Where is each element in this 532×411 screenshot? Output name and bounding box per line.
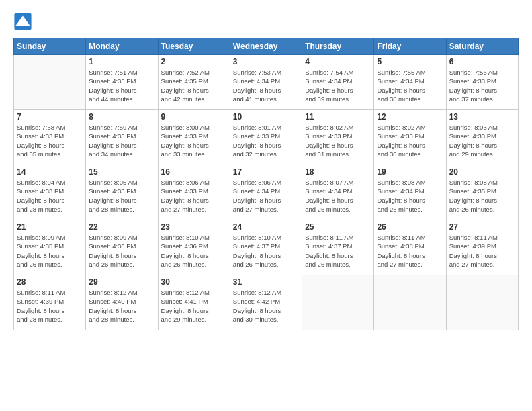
calendar-cell: 6Sunrise: 7:56 AM Sunset: 4:33 PM Daylig… <box>446 55 518 110</box>
day-info: Sunrise: 8:11 AM Sunset: 4:39 PM Dayligh… <box>17 288 83 324</box>
day-number: 1 <box>89 57 154 66</box>
calendar-cell: 18Sunrise: 8:07 AM Sunset: 4:34 PM Dayli… <box>302 165 374 220</box>
calendar-cell: 21Sunrise: 8:09 AM Sunset: 4:35 PM Dayli… <box>14 220 86 275</box>
day-number: 30 <box>161 277 227 287</box>
day-info: Sunrise: 7:58 AM Sunset: 4:33 PM Dayligh… <box>17 123 83 158</box>
calendar-cell: 26Sunrise: 8:11 AM Sunset: 4:38 PM Dayli… <box>374 220 446 275</box>
day-number: 10 <box>233 112 299 122</box>
day-info: Sunrise: 7:56 AM Sunset: 4:33 PM Dayligh… <box>449 68 515 103</box>
day-number: 28 <box>17 277 83 287</box>
day-number: 18 <box>305 167 371 177</box>
day-number: 15 <box>89 167 154 177</box>
day-number: 27 <box>449 222 515 232</box>
col-header-monday: Monday <box>86 38 158 55</box>
day-number: 2 <box>161 57 227 66</box>
col-header-thursday: Thursday <box>302 38 374 55</box>
calendar-cell: 31Sunrise: 8:12 AM Sunset: 4:42 PM Dayli… <box>230 275 302 330</box>
calendar-cell: 12Sunrise: 8:02 AM Sunset: 4:33 PM Dayli… <box>374 110 446 165</box>
calendar-table: SundayMondayTuesdayWednesdayThursdayFrid… <box>13 38 519 330</box>
calendar-cell: 4Sunrise: 7:54 AM Sunset: 4:34 PM Daylig… <box>302 55 374 110</box>
col-header-saturday: Saturday <box>446 38 518 55</box>
day-number: 11 <box>305 112 371 122</box>
calendar-week-2: 7Sunrise: 7:58 AM Sunset: 4:33 PM Daylig… <box>14 110 519 165</box>
day-info: Sunrise: 8:07 AM Sunset: 4:34 PM Dayligh… <box>305 178 371 214</box>
calendar-cell: 28Sunrise: 8:11 AM Sunset: 4:39 PM Dayli… <box>14 275 86 330</box>
day-number: 19 <box>377 167 443 177</box>
calendar-cell <box>14 55 86 110</box>
day-info: Sunrise: 8:02 AM Sunset: 4:33 PM Dayligh… <box>377 123 443 158</box>
day-info: Sunrise: 8:12 AM Sunset: 4:42 PM Dayligh… <box>233 288 299 324</box>
day-info: Sunrise: 8:06 AM Sunset: 4:33 PM Dayligh… <box>161 178 227 214</box>
day-number: 9 <box>161 112 227 122</box>
day-number: 16 <box>161 167 227 177</box>
day-info: Sunrise: 8:12 AM Sunset: 4:41 PM Dayligh… <box>161 288 227 324</box>
col-header-sunday: Sunday <box>14 38 86 55</box>
calendar-week-1: 1Sunrise: 7:51 AM Sunset: 4:35 PM Daylig… <box>14 55 519 110</box>
calendar-week-4: 21Sunrise: 8:09 AM Sunset: 4:35 PM Dayli… <box>14 220 519 275</box>
calendar-cell <box>446 275 518 330</box>
day-info: Sunrise: 8:08 AM Sunset: 4:35 PM Dayligh… <box>449 178 515 214</box>
day-number: 23 <box>161 222 227 232</box>
header <box>13 12 519 31</box>
day-info: Sunrise: 8:02 AM Sunset: 4:33 PM Dayligh… <box>305 123 371 158</box>
day-info: Sunrise: 8:11 AM Sunset: 4:37 PM Dayligh… <box>305 233 371 269</box>
calendar-cell: 29Sunrise: 8:12 AM Sunset: 4:40 PM Dayli… <box>86 275 158 330</box>
day-info: Sunrise: 8:12 AM Sunset: 4:40 PM Dayligh… <box>89 288 154 324</box>
calendar-cell: 3Sunrise: 7:53 AM Sunset: 4:34 PM Daylig… <box>230 55 302 110</box>
day-number: 6 <box>449 57 515 66</box>
day-number: 12 <box>377 112 443 122</box>
calendar-cell: 27Sunrise: 8:11 AM Sunset: 4:39 PM Dayli… <box>446 220 518 275</box>
day-info: Sunrise: 8:00 AM Sunset: 4:33 PM Dayligh… <box>161 123 227 158</box>
day-number: 25 <box>305 222 371 232</box>
day-number: 26 <box>377 222 443 232</box>
calendar-cell: 22Sunrise: 8:09 AM Sunset: 4:36 PM Dayli… <box>86 220 158 275</box>
day-info: Sunrise: 8:04 AM Sunset: 4:33 PM Dayligh… <box>17 178 83 214</box>
calendar-cell: 20Sunrise: 8:08 AM Sunset: 4:35 PM Dayli… <box>446 165 518 220</box>
calendar-cell: 10Sunrise: 8:01 AM Sunset: 4:33 PM Dayli… <box>230 110 302 165</box>
calendar-cell: 5Sunrise: 7:55 AM Sunset: 4:34 PM Daylig… <box>374 55 446 110</box>
day-number: 20 <box>449 167 515 177</box>
col-header-wednesday: Wednesday <box>230 38 302 55</box>
calendar-cell: 25Sunrise: 8:11 AM Sunset: 4:37 PM Dayli… <box>302 220 374 275</box>
calendar-cell: 7Sunrise: 7:58 AM Sunset: 4:33 PM Daylig… <box>14 110 86 165</box>
calendar-cell: 2Sunrise: 7:52 AM Sunset: 4:35 PM Daylig… <box>158 55 230 110</box>
day-info: Sunrise: 8:09 AM Sunset: 4:36 PM Dayligh… <box>89 233 154 269</box>
logo-icon <box>13 12 32 31</box>
day-number: 29 <box>89 277 154 287</box>
calendar-week-5: 28Sunrise: 8:11 AM Sunset: 4:39 PM Dayli… <box>14 275 519 330</box>
calendar-cell <box>374 275 446 330</box>
day-info: Sunrise: 8:10 AM Sunset: 4:37 PM Dayligh… <box>233 233 299 269</box>
calendar-cell: 15Sunrise: 8:05 AM Sunset: 4:33 PM Dayli… <box>86 165 158 220</box>
calendar-cell: 24Sunrise: 8:10 AM Sunset: 4:37 PM Dayli… <box>230 220 302 275</box>
logo <box>13 12 35 31</box>
calendar-cell <box>302 275 374 330</box>
day-info: Sunrise: 8:08 AM Sunset: 4:34 PM Dayligh… <box>377 178 443 214</box>
page: SundayMondayTuesdayWednesdayThursdayFrid… <box>0 0 532 411</box>
day-info: Sunrise: 8:10 AM Sunset: 4:36 PM Dayligh… <box>161 233 227 269</box>
calendar-cell: 8Sunrise: 7:59 AM Sunset: 4:33 PM Daylig… <box>86 110 158 165</box>
calendar-cell: 1Sunrise: 7:51 AM Sunset: 4:35 PM Daylig… <box>86 55 158 110</box>
day-info: Sunrise: 8:11 AM Sunset: 4:38 PM Dayligh… <box>377 233 443 269</box>
day-info: Sunrise: 8:01 AM Sunset: 4:33 PM Dayligh… <box>233 123 299 158</box>
day-info: Sunrise: 7:55 AM Sunset: 4:34 PM Dayligh… <box>377 68 443 103</box>
col-header-tuesday: Tuesday <box>158 38 230 55</box>
day-number: 7 <box>17 112 83 122</box>
day-info: Sunrise: 7:52 AM Sunset: 4:35 PM Dayligh… <box>161 68 227 103</box>
calendar-cell: 30Sunrise: 8:12 AM Sunset: 4:41 PM Dayli… <box>158 275 230 330</box>
day-number: 4 <box>305 57 371 66</box>
day-info: Sunrise: 8:03 AM Sunset: 4:33 PM Dayligh… <box>449 123 515 158</box>
day-info: Sunrise: 8:09 AM Sunset: 4:35 PM Dayligh… <box>17 233 83 269</box>
calendar-cell: 23Sunrise: 8:10 AM Sunset: 4:36 PM Dayli… <box>158 220 230 275</box>
day-number: 22 <box>89 222 154 232</box>
day-number: 14 <box>17 167 83 177</box>
day-number: 3 <box>233 57 299 66</box>
day-number: 17 <box>233 167 299 177</box>
day-info: Sunrise: 7:54 AM Sunset: 4:34 PM Dayligh… <box>305 68 371 103</box>
calendar-week-3: 14Sunrise: 8:04 AM Sunset: 4:33 PM Dayli… <box>14 165 519 220</box>
calendar-cell: 11Sunrise: 8:02 AM Sunset: 4:33 PM Dayli… <box>302 110 374 165</box>
day-info: Sunrise: 7:53 AM Sunset: 4:34 PM Dayligh… <box>233 68 299 103</box>
calendar-cell: 19Sunrise: 8:08 AM Sunset: 4:34 PM Dayli… <box>374 165 446 220</box>
day-number: 31 <box>233 277 299 287</box>
calendar-cell: 13Sunrise: 8:03 AM Sunset: 4:33 PM Dayli… <box>446 110 518 165</box>
day-number: 5 <box>377 57 443 66</box>
